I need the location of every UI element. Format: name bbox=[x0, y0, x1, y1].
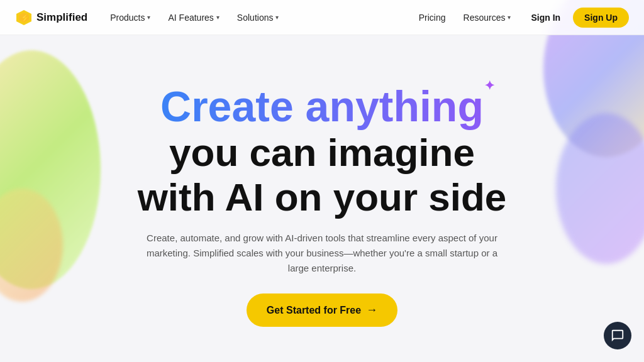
logo-icon: ⚡ bbox=[15, 9, 33, 26]
arrow-right-icon: → bbox=[366, 304, 377, 317]
sparkle-icon: ✦ bbox=[484, 78, 495, 93]
chevron-down-icon: ▾ bbox=[275, 14, 279, 21]
chat-icon bbox=[611, 329, 625, 343]
signup-button[interactable]: Sign Up bbox=[573, 8, 629, 28]
hero-headline: Create anything ✦ you can imagine with A… bbox=[138, 83, 507, 219]
nav-item-products[interactable]: Products ▾ bbox=[103, 9, 158, 26]
hero-headline-black-2: with AI on your side bbox=[138, 175, 507, 219]
chevron-down-icon: ▾ bbox=[147, 14, 150, 21]
signin-button[interactable]: Sign In bbox=[521, 8, 570, 27]
nav-right-items: Pricing Resources ▾ Sign In Sign Up bbox=[411, 8, 629, 28]
chevron-down-icon: ▾ bbox=[508, 14, 511, 21]
nav-item-resources[interactable]: Resources ▾ bbox=[456, 9, 519, 26]
cta-label: Get Started for Free bbox=[267, 305, 361, 316]
cta-button[interactable]: Get Started for Free → bbox=[247, 293, 397, 327]
nav-item-pricing[interactable]: Pricing bbox=[411, 9, 453, 26]
chat-widget-button[interactable] bbox=[604, 322, 631, 349]
brand-name: Simplified bbox=[36, 11, 87, 24]
hero-subtitle: Create, automate, and grow with AI-drive… bbox=[146, 231, 498, 276]
svg-text:⚡: ⚡ bbox=[20, 13, 31, 23]
hero-headline-black-1: you can imagine bbox=[138, 130, 507, 175]
hero-headline-gradient: Create anything bbox=[160, 83, 484, 130]
nav-item-solutions[interactable]: Solutions ▾ bbox=[230, 9, 287, 26]
nav-item-ai-features[interactable]: AI Features ▾ bbox=[160, 9, 226, 26]
chevron-down-icon: ▾ bbox=[216, 14, 219, 21]
nav-left-items: Products ▾ AI Features ▾ Solutions ▾ bbox=[103, 9, 411, 26]
navbar: ⚡ Simplified Products ▾ AI Features ▾ So… bbox=[0, 0, 644, 35]
hero-section: Create anything ✦ you can imagine with A… bbox=[0, 35, 644, 362]
logo-link[interactable]: ⚡ Simplified bbox=[15, 9, 87, 26]
